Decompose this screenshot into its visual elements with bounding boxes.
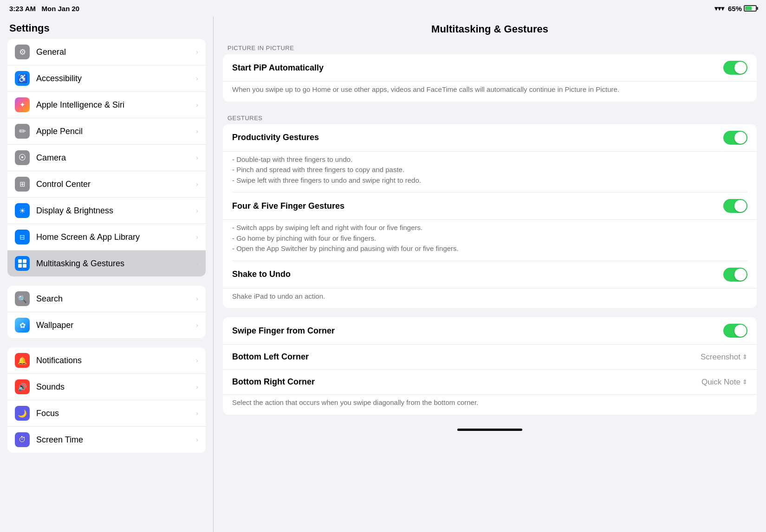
right-panel-title: Multitasking & Gestures <box>214 17 766 41</box>
bottom-right-corner-row[interactable]: Bottom Right Corner Quick Note ⇕ <box>223 370 757 395</box>
swipe-corner-toggle-row: Swipe Finger from Corner <box>223 317 757 345</box>
wallpaper-icon: ✿ <box>15 318 30 333</box>
gestures-card: Productivity Gestures - Double-tap with … <box>223 124 757 308</box>
chevron-updown-icon: ⇕ <box>742 378 747 385</box>
pip-toggle[interactable] <box>723 61 747 75</box>
sidebar-label-search: Search <box>36 294 63 304</box>
pip-desc-block: When you swipe up to go Home or use othe… <box>223 82 757 102</box>
pip-desc: When you swipe up to go Home or use othe… <box>232 84 747 95</box>
bottom-right-corner-title: Bottom Right Corner <box>232 377 701 387</box>
sidebar-label-general: General <box>36 47 66 57</box>
bottom-left-corner-row[interactable]: Bottom Left Corner Screenshot ⇕ <box>223 345 757 370</box>
chevron-icon: › <box>196 233 198 241</box>
four-five-gestures-toggle[interactable] <box>723 199 747 213</box>
sidebar-label-camera: Camera <box>36 153 66 163</box>
swipe-corner-desc: Select the action that occurs when you s… <box>232 397 747 408</box>
sidebar-item-accessibility[interactable]: ♿ Accessibility › <box>7 65 206 92</box>
sidebar-item-wallpaper[interactable]: ✿ Wallpaper › <box>7 312 206 338</box>
settings-group-3: 🔔 Notifications › 🔊 Sounds › 🌙 Focus › ⏱… <box>7 347 206 453</box>
bottom-left-corner-value: Screenshot ⇕ <box>701 353 747 362</box>
swipe-corner-title: Swipe Finger from Corner <box>232 326 723 336</box>
accessibility-icon: ♿ <box>15 71 30 86</box>
control-center-icon: ⊞ <box>15 177 30 192</box>
section-label-pip: PICTURE IN PICTURE <box>214 41 766 54</box>
chevron-icon: › <box>196 357 198 364</box>
sidebar-label-sounds: Sounds <box>36 382 65 392</box>
home-indicator <box>214 424 766 436</box>
bottom-right-corner-value: Quick Note ⇕ <box>701 378 747 387</box>
sidebar-item-home-screen-app-library[interactable]: ⊟ Home Screen & App Library › <box>7 224 206 250</box>
search-icon: 🔍 <box>15 291 30 306</box>
chevron-icon: › <box>196 260 198 267</box>
sidebar-item-notifications[interactable]: 🔔 Notifications › <box>7 347 206 374</box>
battery-container: 65% <box>728 5 757 13</box>
home-bar <box>457 429 522 431</box>
productivity-gestures-desc-block: - Double-tap with three fingers to undo.… <box>223 152 757 192</box>
sidebar-item-general[interactable]: ⚙ General › <box>7 39 206 65</box>
chevron-icon: › <box>196 48 198 56</box>
home-screen-icon: ⊟ <box>15 230 30 244</box>
chevron-icon: › <box>196 101 198 109</box>
general-icon: ⚙ <box>15 45 30 59</box>
apple-intelligence-icon: ✦ <box>15 97 30 112</box>
svg-rect-3 <box>23 264 26 268</box>
sidebar-label-wallpaper: Wallpaper <box>36 320 73 330</box>
svg-rect-0 <box>18 259 22 263</box>
pip-toggle-title: Start PiP Automatically <box>232 63 723 73</box>
sidebar-label-home-screen-app-library: Home Screen & App Library <box>36 232 140 242</box>
status-right: ▾▾▾ 65% <box>714 5 757 13</box>
sidebar-label-apple-intelligence-siri: Apple Intelligence & Siri <box>36 100 124 110</box>
sidebar-label-accessibility: Accessibility <box>36 74 82 83</box>
screen-time-icon: ⏱ <box>15 432 30 447</box>
sidebar-item-sounds[interactable]: 🔊 Sounds › <box>7 374 206 400</box>
wifi-icon: ▾▾▾ <box>714 5 724 12</box>
sidebar-label-multitasking-gestures: Multitasking & Gestures <box>36 259 124 269</box>
sidebar-item-camera[interactable]: ⦿ Camera › <box>7 145 206 171</box>
swipe-corner-card: Swipe Finger from Corner Bottom Left Cor… <box>223 317 757 415</box>
status-time: 3:23 AM <box>9 5 36 13</box>
chevron-icon: › <box>196 321 198 329</box>
chevron-icon: › <box>196 410 198 417</box>
notifications-icon: 🔔 <box>15 353 30 368</box>
chevron-icon: › <box>196 154 198 161</box>
pip-toggle-row: Start PiP Automatically <box>223 54 757 82</box>
svg-rect-1 <box>23 259 26 263</box>
chevron-icon: › <box>196 180 198 188</box>
right-panel: Multitasking & Gestures PICTURE IN PICTU… <box>214 17 766 532</box>
sidebar-item-display-brightness[interactable]: ☀ Display & Brightness › <box>7 198 206 224</box>
status-time-date: 3:23 AM Mon Jan 20 <box>9 5 79 13</box>
sidebar-item-apple-pencil[interactable]: ✏ Apple Pencil › <box>7 118 206 145</box>
sounds-icon: 🔊 <box>15 379 30 394</box>
chevron-icon: › <box>196 295 198 302</box>
multitasking-icon <box>15 256 30 271</box>
productivity-gestures-toggle[interactable] <box>723 131 747 145</box>
main-content: Settings ⚙ General › ♿ Accessibility › ✦… <box>0 17 766 532</box>
chevron-updown-icon: ⇕ <box>742 353 747 360</box>
bottom-left-corner-title: Bottom Left Corner <box>232 352 701 362</box>
sidebar-item-focus[interactable]: 🌙 Focus › <box>7 400 206 427</box>
productivity-gestures-row: Productivity Gestures <box>223 124 757 152</box>
sidebar-item-screen-time[interactable]: ⏱ Screen Time › <box>7 427 206 453</box>
sidebar-item-apple-intelligence-siri[interactable]: ✦ Apple Intelligence & Siri › <box>7 92 206 118</box>
four-five-gestures-row: Four & Five Finger Gestures <box>223 192 757 220</box>
sidebar-item-search[interactable]: 🔍 Search › <box>7 286 206 312</box>
swipe-corner-toggle[interactable] <box>723 324 747 338</box>
chevron-icon: › <box>196 383 198 391</box>
sidebar-label-screen-time: Screen Time <box>36 435 83 445</box>
status-date: Mon Jan 20 <box>41 5 79 13</box>
swipe-corner-desc-block: Select the action that occurs when you s… <box>223 395 757 415</box>
focus-icon: 🌙 <box>15 406 30 421</box>
sidebar-item-control-center[interactable]: ⊞ Control Center › <box>7 171 206 198</box>
shake-to-undo-toggle[interactable] <box>723 268 747 282</box>
shake-to-undo-row: Shake to Undo <box>223 261 757 288</box>
shake-to-undo-desc: Shake iPad to undo an action. <box>232 291 747 302</box>
chevron-icon: › <box>196 75 198 82</box>
four-five-gestures-desc: - Switch apps by swiping left and right … <box>232 223 747 254</box>
shake-to-undo-title: Shake to Undo <box>232 269 723 279</box>
sidebar: Settings ⚙ General › ♿ Accessibility › ✦… <box>0 17 214 532</box>
sidebar-label-display-brightness: Display & Brightness <box>36 206 113 216</box>
chevron-icon: › <box>196 128 198 135</box>
svg-rect-2 <box>18 264 22 268</box>
chevron-icon: › <box>196 207 198 214</box>
sidebar-item-multitasking-gestures[interactable]: Multitasking & Gestures › <box>7 250 206 276</box>
